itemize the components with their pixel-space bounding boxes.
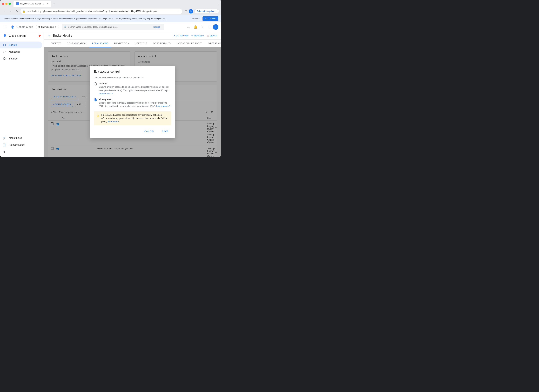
traffic-lights <box>2 3 11 5</box>
learn-button[interactable]: 📖 LEARN <box>207 34 217 37</box>
go-to-path-icon: ↗ <box>173 34 175 37</box>
minimize-window-button[interactable] <box>5 3 8 5</box>
search-button[interactable]: Search <box>152 25 162 29</box>
fine-grained-radio-button[interactable] <box>94 98 97 101</box>
hamburger-menu-button[interactable]: ☰ <box>3 25 8 29</box>
refresh-button[interactable]: ↻ REFRESH <box>191 34 204 37</box>
title-bar: staybookin...ve-bucket – Buck... × + ⌄ <box>0 0 221 8</box>
tab-lifecycle[interactable]: LIFECYCLE <box>132 40 150 47</box>
notifications-icon[interactable]: 🔔 <box>192 24 199 30</box>
tab-protection[interactable]: PROTECTION <box>111 40 132 47</box>
notification-actions: DISMISS ACTIVATE <box>191 16 218 21</box>
sidebar-collapse-button[interactable]: ◀ <box>0 148 43 155</box>
tab-operations[interactable]: OPERATIONS <box>205 40 221 47</box>
marketplace-icon: 🛒 <box>3 136 6 140</box>
tab-bar: staybookin...ve-bucket – Buck... × + <box>14 1 216 7</box>
dialog-actions: CANCEL SAVE <box>94 129 171 134</box>
search-box-icon: 🔍 <box>64 26 67 28</box>
window-controls[interactable]: ⌄ <box>217 2 219 5</box>
tab-favicon <box>16 2 19 5</box>
go-to-path-button[interactable]: ↗ GO TO PATH <box>173 34 188 37</box>
project-dropdown-icon: ▼ <box>55 26 57 28</box>
uniform-description: Ensure uniform access to all objects in … <box>99 85 171 95</box>
google-cloud-text: Google Cloud <box>16 25 33 29</box>
search-placeholder: Search (/) for resources, docs, products… <box>68 26 150 28</box>
sidebar: Cloud Storage 📌 Buckets Monitori <box>0 32 44 157</box>
project-selector[interactable]: ⚙ StayBooking ▼ <box>36 25 59 29</box>
warning-box: ⚠ Fine-grained access control restores a… <box>94 111 171 125</box>
url-bar[interactable]: 🔒 console.cloud.google.com/storage/brows… <box>20 9 182 14</box>
learn-icon: 📖 <box>207 34 209 37</box>
sidebar-item-marketplace[interactable]: 🛒 Marketplace <box>0 134 42 141</box>
gcp-header: ☰ Google Cloud ⚙ StayBooking ▼ 🔍 Search … <box>0 22 221 32</box>
profile-icon[interactable]: S <box>189 9 193 14</box>
user-avatar[interactable]: S <box>213 24 218 30</box>
tab-configuration[interactable]: CONFIGURATION <box>64 40 89 47</box>
bookmark-icon[interactable]: ☆ <box>177 10 180 13</box>
sidebar-nav: Buckets Monitoring Settings <box>0 40 43 133</box>
cancel-button[interactable]: CANCEL <box>142 129 157 134</box>
tab-inventory-reports[interactable]: INVENTORY REPORTS <box>174 40 205 47</box>
sidebar-pin-icon: 📌 <box>38 34 41 37</box>
fine-grained-description: Specify access to individual objects by … <box>99 101 171 108</box>
header-right-icons: ▭ 🔔 ? ⋮ S <box>186 24 218 30</box>
close-window-button[interactable] <box>2 3 4 5</box>
search-box[interactable]: 🔍 Search (/) for resources, docs, produc… <box>62 24 164 30</box>
active-tab[interactable]: staybookin...ve-bucket – Buck... × <box>14 1 51 7</box>
monitoring-icon <box>3 50 6 53</box>
google-cloud-logo: Google Cloud <box>10 25 33 29</box>
gcp-search-container: 🔍 Search (/) for resources, docs, produc… <box>62 24 164 30</box>
sidebar-item-settings[interactable]: Settings <box>0 55 42 62</box>
help-icon[interactable]: ? <box>199 24 205 30</box>
uniform-learn-more-link[interactable]: Learn more ↗ <box>99 92 113 95</box>
tab-close-button[interactable]: × <box>47 2 48 5</box>
warning-icon: ⚠ <box>96 114 99 123</box>
cloud-shell-icon[interactable]: ▭ <box>186 24 192 30</box>
uniform-option-content: Uniform Ensure uniform access to all obj… <box>99 82 171 95</box>
tab-objects[interactable]: OBJECTS <box>48 40 64 47</box>
warning-learn-more-link[interactable]: Learn more <box>108 120 120 123</box>
page-content: Public access Not public This bucket is … <box>44 47 221 157</box>
refresh-icon: ↻ <box>191 34 193 37</box>
main-layout: Cloud Storage 📌 Buckets Monitori <box>0 32 221 157</box>
cloud-storage-logo <box>3 34 7 38</box>
sidebar-item-release-notes[interactable]: 📄 Release Notes <box>0 141 42 148</box>
new-tab-button[interactable]: + <box>52 1 57 6</box>
main-content: ← Bucket details ↗ GO TO PATH ↻ REFRESH … <box>44 32 221 157</box>
uniform-label: Uniform <box>99 82 171 85</box>
relaunch-button[interactable]: Relaunch to update ⋮ <box>194 9 219 13</box>
save-button[interactable]: SAVE <box>159 129 171 134</box>
header-actions: ↗ GO TO PATH ↻ REFRESH 📖 LEARN <box>173 34 217 37</box>
fine-grained-label: Fine-grained <box>99 98 171 101</box>
sidebar-marketplace-label: Marketplace <box>9 137 22 139</box>
maximize-window-button[interactable] <box>9 3 11 5</box>
tab-permissions[interactable]: PERMISSIONS <box>89 40 111 47</box>
fine-grained-learn-more-link[interactable]: Learn more ↗ <box>156 105 170 107</box>
dialog-overlay: Edit access control Choose how to contro… <box>44 47 221 157</box>
url-icons: ☆ <box>177 10 180 13</box>
tabs-bar: OBJECTS CONFIGURATION PERMISSIONS PROTEC… <box>44 40 221 47</box>
uniform-radio-button[interactable] <box>94 82 97 86</box>
reload-button[interactable]: ↻ <box>14 9 19 14</box>
relaunch-label: Relaunch to update <box>197 10 214 13</box>
tab-title: staybookin...ve-bucket – Buck... <box>20 3 46 5</box>
notification-text: Free trial status: $300.00 credit and 78… <box>3 18 166 20</box>
sidebar-release-notes-label: Release Notes <box>9 143 25 146</box>
settings-icon <box>3 57 6 60</box>
dismiss-button[interactable]: DISMISS <box>191 17 200 20</box>
sidebar-monitoring-label: Monitoring <box>9 50 20 53</box>
sidebar-buckets-label: Buckets <box>9 43 17 46</box>
more-options-icon[interactable]: ⋮ <box>206 24 212 30</box>
radio-group: Uniform Ensure uniform access to all obj… <box>94 82 171 108</box>
learn-label: LEARN <box>210 34 217 37</box>
back-navigation-button[interactable]: ← <box>48 34 51 38</box>
cast-icon[interactable]: □ <box>183 9 188 14</box>
bucket-header: ← Bucket details ↗ GO TO PATH ↻ REFRESH … <box>44 32 221 40</box>
tab-observability[interactable]: OBSERVABILITY <box>150 40 174 47</box>
back-button[interactable]: ← <box>2 9 7 14</box>
activate-button[interactable]: ACTIVATE <box>202 16 218 21</box>
page-title: Bucket details <box>53 34 171 38</box>
sidebar-item-monitoring[interactable]: Monitoring <box>0 48 42 55</box>
forward-button[interactable]: → <box>8 9 13 14</box>
sidebar-item-buckets[interactable]: Buckets <box>0 42 42 48</box>
